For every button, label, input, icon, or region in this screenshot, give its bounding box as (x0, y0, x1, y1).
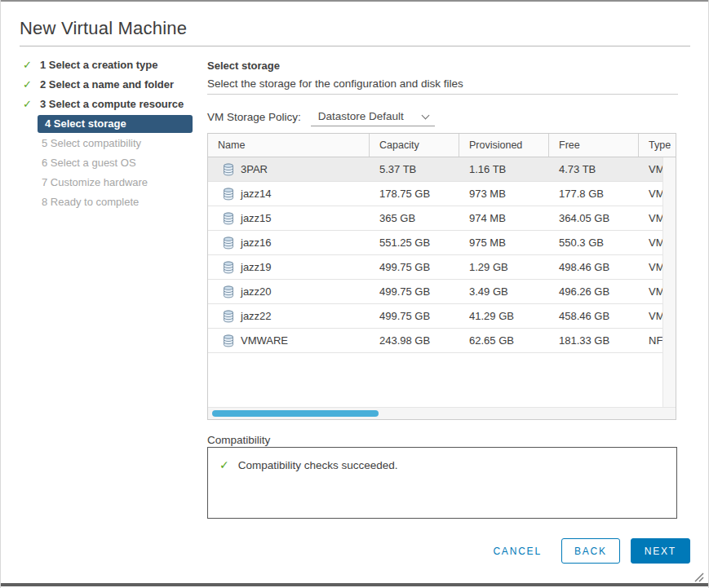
cell-free: 550.3 GB (559, 237, 604, 249)
vm-storage-policy-select[interactable]: Datastore Default (311, 107, 435, 126)
cell-name: 3PAR (241, 163, 268, 175)
compatibility-message: Compatibility checks succeeded. (238, 459, 398, 471)
datastore-icon (223, 237, 234, 250)
cell-capacity: 499.75 GB (379, 310, 430, 322)
datastore-row-3par[interactable]: 3PAR5.37 TB1.16 TB4.73 TBVM (208, 157, 662, 182)
datastore-row-jazz15[interactable]: jazz15365 GB974 MB364.05 GBVM (208, 206, 662, 231)
cell-free: 458.46 GB (559, 310, 609, 322)
datastore-icon (223, 334, 234, 347)
cell-free: 181.33 GB (559, 334, 609, 347)
wizard-step-3[interactable]: ✓3 Select a compute resource (20, 95, 207, 114)
window-bottom-edge (1, 583, 708, 586)
window-top-edge (1, 0, 708, 2)
cell-free: 496.26 GB (559, 285, 609, 298)
wizard-step-label: 8 Ready to complete (20, 192, 207, 212)
cell-provisioned: 1.16 TB (469, 163, 506, 175)
datastore-icon (223, 310, 234, 323)
datastore-row-jazz20[interactable]: jazz20499.75 GB3.49 GB496.26 GBVM (208, 280, 662, 304)
column-header-type[interactable]: Type (639, 134, 676, 157)
vertical-scrollbar[interactable] (662, 157, 676, 407)
wizard-step-label: 7 Customize hardware (20, 173, 207, 192)
step-complete-check-icon: ✓ (23, 95, 36, 114)
cell-provisioned: 41.29 GB (469, 310, 514, 322)
cell-free: 4.73 TB (559, 163, 596, 175)
wizard-step-2[interactable]: ✓2 Select a name and folder (20, 75, 207, 95)
wizard-step-1[interactable]: ✓1 Select a creation type (20, 55, 207, 75)
cell-capacity: 5.37 TB (379, 163, 416, 175)
wizard-step-6[interactable]: 6 Select a guest OS (20, 153, 207, 173)
wizard-footer: CANCEL BACK NEXT (485, 538, 690, 564)
wizard-step-label: 3 Select a compute resource (20, 95, 207, 114)
cell-type: VM (649, 163, 662, 175)
column-header-provisioned[interactable]: Provisioned (459, 134, 549, 157)
cell-provisioned: 973 MB (469, 188, 506, 200)
wizard-step-8[interactable]: 8 Ready to complete (20, 192, 207, 212)
cell-type: VM (649, 310, 662, 322)
vm-storage-policy-row: VM Storage Policy: Datastore Default (207, 107, 435, 126)
column-header-capacity[interactable]: Capacity (370, 134, 459, 157)
cell-capacity: 365 GB (379, 212, 415, 224)
dialog-title: New Virtual Machine (20, 18, 187, 39)
cancel-button[interactable]: CANCEL (485, 539, 549, 564)
datastore-row-jazz16[interactable]: jazz16551.25 GB975 MB550.3 GBVM (208, 231, 662, 255)
datastore-icon (223, 163, 234, 176)
datastore-row-jazz19[interactable]: jazz19499.75 GB1.29 GB498.46 GBVM (208, 255, 662, 280)
cell-provisioned: 975 MB (469, 237, 506, 249)
cell-name: jazz20 (241, 285, 272, 298)
datastore-table: NameCapacityProvisionedFreeType 3PAR5.37… (207, 133, 676, 420)
datastore-icon (223, 212, 234, 225)
datastore-icon (223, 285, 234, 298)
compatibility-label: Compatibility (207, 434, 270, 446)
datastore-row-vmware[interactable]: VMWARE243.98 GB62.65 GB181.33 GBNF (208, 329, 662, 353)
cell-provisioned: 974 MB (469, 212, 506, 224)
back-button[interactable]: BACK (561, 538, 620, 564)
cell-free: 177.8 GB (559, 188, 604, 200)
cell-capacity: 499.75 GB (379, 285, 430, 298)
wizard-step-label: 5 Select compatibility (20, 134, 207, 153)
wizard-steps: ✓1 Select a creation type✓2 Select a nam… (20, 55, 207, 212)
horizontal-scrollbar-thumb[interactable] (212, 410, 379, 417)
vm-storage-policy-value: Datastore Default (318, 110, 404, 122)
cell-name: jazz16 (241, 237, 272, 249)
cell-provisioned: 1.29 GB (469, 261, 508, 273)
wizard-step-label: 6 Select a guest OS (20, 153, 207, 173)
cell-free: 364.05 GB (559, 212, 609, 224)
wizard-step-7[interactable]: 7 Customize hardware (20, 173, 207, 192)
datastore-row-jazz14[interactable]: jazz14178.75 GB973 MB177.8 GBVM (208, 182, 662, 206)
datastore-table-header: NameCapacityProvisionedFreeType (208, 134, 676, 157)
column-header-free[interactable]: Free (549, 134, 639, 157)
cell-name: jazz19 (241, 261, 272, 273)
cell-type: VM (649, 261, 662, 273)
datastore-icon (223, 261, 234, 274)
cell-name: jazz22 (241, 310, 272, 322)
success-check-icon: ✓ (219, 458, 229, 471)
cell-type: VM (649, 237, 662, 249)
cell-type: VM (649, 285, 662, 298)
wizard-step-label: 4 Select storage (38, 115, 193, 133)
cell-type: VM (649, 188, 662, 200)
cell-capacity: 178.75 GB (379, 188, 430, 200)
step-content-panel: Select storage Select the storage for th… (207, 55, 690, 569)
wizard-step-4[interactable]: 4 Select storage (20, 114, 207, 134)
cell-type: NF (649, 334, 662, 347)
datastore-row-jazz22[interactable]: jazz22499.75 GB41.29 GB458.46 GBVM (208, 304, 662, 329)
cell-provisioned: 3.49 GB (469, 285, 508, 298)
resize-handle-icon[interactable] (692, 570, 704, 582)
wizard-step-label: 1 Select a creation type (20, 55, 207, 75)
chevron-down-icon (421, 112, 429, 120)
step-complete-check-icon: ✓ (23, 55, 36, 75)
compatibility-status: ✓ Compatibility checks succeeded. (219, 458, 665, 471)
cell-name: jazz15 (241, 212, 272, 224)
panel-subheading: Select the storage for the configuration… (207, 77, 463, 90)
wizard-step-5[interactable]: 5 Select compatibility (20, 134, 207, 153)
cell-name: jazz14 (241, 188, 272, 200)
cell-type: VM (649, 212, 662, 224)
step-complete-check-icon: ✓ (23, 75, 36, 95)
cell-capacity: 499.75 GB (379, 261, 430, 273)
next-button[interactable]: NEXT (631, 538, 690, 564)
cell-capacity: 243.98 GB (379, 334, 430, 347)
horizontal-scrollbar[interactable] (208, 407, 676, 419)
vm-storage-policy-label: VM Storage Policy: (207, 111, 301, 123)
column-header-name[interactable]: Name (208, 134, 370, 157)
compatibility-box: ✓ Compatibility checks succeeded. (207, 447, 677, 519)
